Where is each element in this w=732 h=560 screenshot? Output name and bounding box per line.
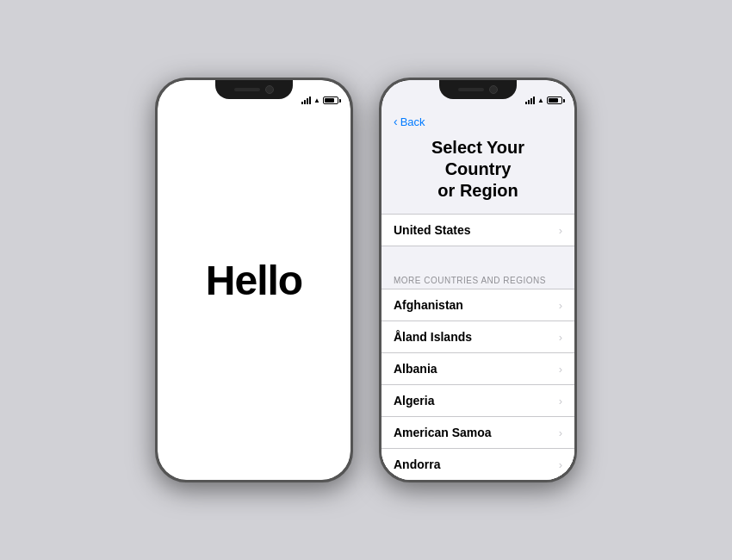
battery-icon-2 — [547, 96, 562, 104]
hello-text: Hello — [206, 257, 302, 304]
country-label-1: Åland Islands — [394, 330, 472, 344]
wifi-icon-2: ▲ — [537, 96, 544, 104]
back-label: Back — [400, 115, 425, 128]
page-title: Select Your Country or Region — [382, 132, 574, 214]
status-icons: ▲ — [301, 96, 338, 104]
chevron-icon-4: › — [559, 426, 562, 439]
country-label-0: Afghanistan — [394, 298, 463, 312]
battery-icon — [323, 96, 338, 104]
back-chevron-icon: ‹ — [394, 115, 398, 128]
notch — [215, 80, 293, 99]
list-item[interactable]: Afghanistan › — [382, 289, 574, 321]
signal-icon — [301, 96, 311, 104]
united-states-chevron-icon: › — [559, 224, 562, 237]
notch-2 — [439, 80, 517, 99]
chevron-icon-1: › — [559, 331, 562, 344]
camera-2 — [489, 85, 498, 94]
list-item[interactable]: Algeria › — [382, 385, 574, 417]
country-label-2: Albania — [394, 362, 437, 376]
title-line1: Select Your Country — [431, 138, 524, 178]
country-label-5: Andorra — [394, 457, 440, 471]
wifi-icon: ▲ — [313, 96, 320, 104]
speaker-2 — [458, 88, 484, 91]
phone-hello: ▲ Hello — [155, 78, 353, 482]
country-label-4: American Samoa — [394, 426, 492, 439]
back-button[interactable]: ‹ Back — [382, 108, 574, 132]
status-icons-2: ▲ — [525, 96, 562, 104]
list-item[interactable]: Åland Islands › — [382, 321, 574, 353]
chevron-icon-5: › — [559, 458, 562, 471]
phone-country: ▲ ‹ Back Select Your Country — [379, 78, 577, 482]
list-item[interactable]: Andorra › — [382, 449, 574, 480]
united-states-label: United States — [394, 223, 470, 237]
title-line2: or Region — [437, 181, 518, 200]
signal-icon-2 — [525, 96, 535, 104]
countries-list: Afghanistan › Åland Islands › Albania › — [382, 289, 574, 480]
more-countries-section: MORE COUNTRIES AND REGIONS Afghanistan ›… — [382, 267, 574, 480]
chevron-icon-3: › — [559, 395, 562, 408]
camera — [265, 85, 274, 94]
country-label-3: Algeria — [394, 394, 434, 408]
hello-screen: Hello — [158, 80, 350, 480]
section-header: MORE COUNTRIES AND REGIONS — [382, 267, 574, 289]
list-item[interactable]: American Samoa › — [382, 417, 574, 449]
list-item[interactable]: Albania › — [382, 353, 574, 385]
country-screen: ‹ Back Select Your Country or Region Uni… — [382, 80, 574, 480]
speaker — [234, 88, 260, 91]
top-country-section: United States › — [382, 214, 574, 246]
chevron-icon-2: › — [559, 363, 562, 376]
chevron-icon-0: › — [559, 299, 562, 312]
united-states-item[interactable]: United States › — [382, 215, 574, 246]
